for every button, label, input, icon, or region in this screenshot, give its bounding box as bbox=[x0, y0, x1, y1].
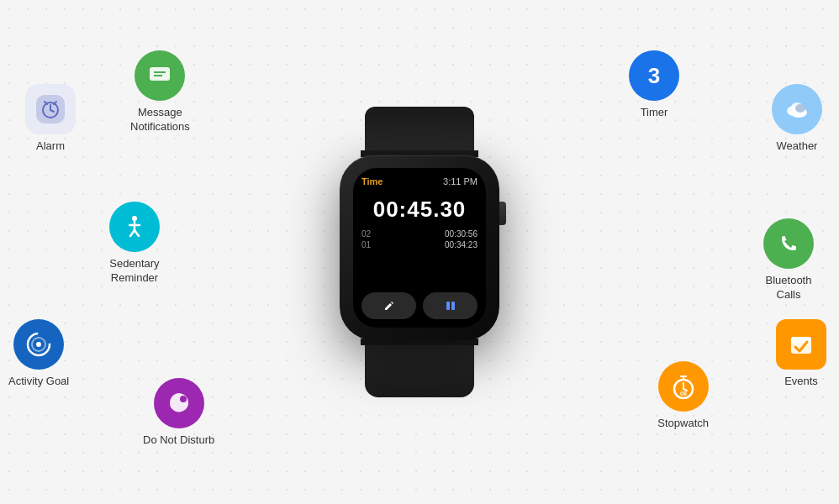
svg-text:08: 08 bbox=[680, 391, 687, 396]
feature-sedentary: Sedentary Reminder bbox=[109, 202, 160, 286]
svg-rect-31 bbox=[451, 302, 455, 310]
svg-point-21 bbox=[795, 104, 805, 113]
feature-events: Events bbox=[776, 319, 826, 389]
activity-label: Activity Goal bbox=[8, 375, 69, 389]
alarm-label: Alarm bbox=[36, 139, 65, 154]
activity-icon bbox=[13, 319, 64, 370]
feature-weather: Weather bbox=[772, 84, 822, 154]
stopwatch-label: Stopwatch bbox=[657, 417, 709, 431]
screen-pause-button[interactable] bbox=[423, 292, 478, 319]
sedentary-label: Sedentary Reminder bbox=[109, 257, 159, 286]
feature-message: Message Notifications bbox=[130, 50, 190, 134]
watch-band-top bbox=[365, 107, 474, 157]
message-icon bbox=[135, 50, 185, 101]
sedentary-icon bbox=[109, 202, 160, 252]
screen-edit-button[interactable] bbox=[361, 292, 416, 319]
feature-stopwatch: 08 Stopwatch bbox=[657, 361, 709, 431]
message-label: Message Notifications bbox=[130, 106, 190, 134]
timer-icon: 3 bbox=[629, 50, 679, 101]
main-container: Alarm Message Notifications Sedentary Re… bbox=[0, 0, 839, 504]
lap1-num: 01 bbox=[361, 240, 371, 249]
weather-icon bbox=[772, 84, 822, 134]
screen-buttons bbox=[361, 292, 478, 319]
svg-point-17 bbox=[180, 396, 187, 402]
watch-body: Time 3:11 PM 00:45.30 02 00:30:56 01 00:… bbox=[340, 155, 499, 340]
smartwatch: Time 3:11 PM 00:45.30 02 00:30:56 01 00:… bbox=[327, 107, 512, 397]
screen-time-label: Time bbox=[361, 176, 383, 186]
lap2-time: 00:30:56 bbox=[445, 229, 478, 239]
donotdisturb-label: Do Not Disturb bbox=[143, 433, 214, 448]
donotdisturb-icon bbox=[154, 378, 204, 428]
events-label: Events bbox=[784, 375, 818, 389]
svg-rect-6 bbox=[150, 67, 170, 81]
svg-rect-30 bbox=[446, 302, 450, 310]
screen-lap-2: 02 00:30:56 bbox=[361, 229, 478, 239]
lap1-time: 00:34:23 bbox=[445, 240, 478, 249]
feature-bluetooth: Bluetooth Calls bbox=[763, 218, 814, 302]
feature-timer: 3 Timer bbox=[629, 50, 679, 120]
svg-line-13 bbox=[135, 230, 139, 236]
screen-stopwatch-main: 00:45.30 bbox=[361, 197, 478, 223]
lap2-num: 02 bbox=[361, 229, 371, 239]
events-icon bbox=[776, 319, 826, 370]
timer-label: Timer bbox=[641, 106, 668, 120]
stopwatch-icon: 08 bbox=[658, 361, 709, 412]
screen-laps: 02 00:30:56 01 00:34:23 bbox=[361, 229, 478, 249]
bluetooth-label: Bluetooth Calls bbox=[766, 274, 812, 302]
watch-band-bottom bbox=[365, 339, 474, 397]
feature-activity: Activity Goal bbox=[8, 319, 69, 389]
alarm-icon bbox=[25, 84, 76, 134]
screen-time-value: 3:11 PM bbox=[443, 176, 478, 186]
weather-label: Weather bbox=[777, 139, 818, 154]
feature-donotdisturb: Do Not Disturb bbox=[143, 378, 214, 448]
screen-header: Time 3:11 PM bbox=[361, 176, 478, 186]
feature-alarm: Alarm bbox=[25, 84, 76, 154]
watch-screen: Time 3:11 PM 00:45.30 02 00:30:56 01 00:… bbox=[353, 168, 486, 328]
screen-lap-1: 01 00:34:23 bbox=[361, 240, 478, 249]
svg-point-16 bbox=[36, 342, 41, 347]
bluetooth-icon bbox=[763, 218, 814, 269]
